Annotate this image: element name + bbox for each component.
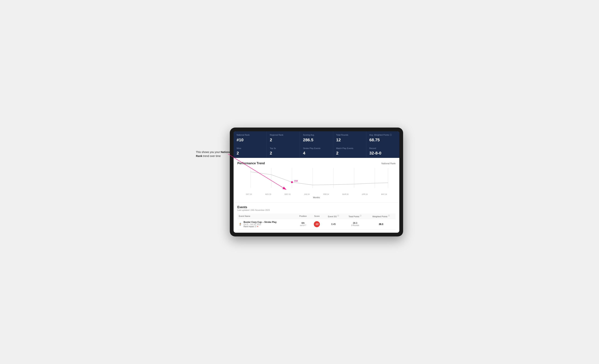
annotation-text: This shows you your National Rank trend …	[196, 150, 234, 158]
stat-national-rank: National Rank #10	[234, 131, 266, 144]
event-icon: 🏌️	[239, 223, 242, 226]
performance-section: Performance Trend National Rank	[234, 158, 399, 203]
stat-national-rank-label: National Rank	[237, 133, 264, 136]
stat-stroke-play-events: Stroke Play Events 4	[300, 145, 333, 158]
chart-label-oct23: OCT 23	[239, 193, 259, 195]
events-title: Events	[237, 205, 396, 209]
rank-impact: Rank Impact: 3 ▼	[244, 225, 276, 228]
chart-x-labels: OCT 23 NOV 23 DEC 23 JAN 24 FEB 24 MAR 2…	[237, 193, 396, 195]
event-title: Buster Cozy Cup – Stroke Play	[244, 221, 276, 223]
stat-record-label: Record	[369, 147, 396, 150]
col-score: Score	[310, 213, 323, 219]
stat-record-value: 32-8-0	[369, 151, 396, 156]
col-event-sg: Event SG ⓘ	[323, 213, 344, 219]
events-table: Event Name Position Score Event SG ⓘ Tot…	[237, 213, 396, 230]
chart-svg: #10	[237, 168, 396, 193]
score-badge: -22	[314, 221, 320, 227]
stat-wins-label: Wins	[237, 147, 264, 150]
stat-record: Record 32-8-0	[366, 145, 399, 158]
event-weighted-points: 28.3	[367, 219, 396, 230]
performance-title: Performance Trend	[237, 162, 265, 165]
chart-axis-label: Months	[237, 196, 396, 199]
svg-point-10	[291, 181, 293, 183]
event-date: Oct 9 – Oct 10, 2023	[244, 223, 276, 225]
performance-subtitle: National Rank	[381, 162, 396, 165]
rank-impact-arrow: ▼	[257, 225, 259, 228]
stats-grid-row2: Wins 2 Top 3s 2 Stroke Play Events 4 Mat…	[234, 145, 399, 158]
stat-avg-weighted-points-label: Avg. Weighted Points ⓘ	[369, 133, 396, 136]
events-last-updated: Last updated: 24th November 2023	[237, 209, 396, 211]
stat-regional-rank-label: Regional Rank	[270, 133, 297, 136]
chart-label-nov23: NOV 23	[259, 193, 278, 195]
stat-total-rounds: Total Rounds 12	[333, 131, 366, 144]
stats-grid-row1: National Rank #10 Regional Rank 2 Scorin…	[234, 131, 399, 144]
stat-scoring-avg: Scoring Avg. 286.5	[300, 131, 333, 144]
event-name-cell: 🏌️ Buster Cozy Cup – Stroke Play Oct 9 –…	[237, 219, 296, 230]
stat-top3s-label: Top 3s	[270, 147, 297, 150]
stat-total-rounds-value: 12	[336, 138, 363, 142]
stat-scoring-avg-value: 286.5	[303, 138, 330, 142]
stat-stroke-play-events-label: Stroke Play Events	[303, 147, 330, 150]
stat-match-play-events: Match Play Events 2	[333, 145, 366, 158]
stat-stroke-play-events-value: 4	[303, 151, 330, 156]
svg-text:#10: #10	[294, 180, 298, 182]
chart-label-mar24: MAR 24	[336, 193, 355, 195]
stat-top3s: Top 3s 2	[267, 145, 300, 158]
stat-match-play-events-label: Match Play Events	[336, 147, 363, 150]
stat-scoring-avg-label: Scoring Avg.	[303, 133, 330, 136]
table-row: 🏌️ Buster Cozy Cup – Stroke Play Oct 9 –…	[237, 219, 396, 230]
chart-label-jan24: JAN 24	[297, 193, 317, 195]
stat-regional-rank-value: 2	[270, 138, 297, 142]
chart-label-feb24: FEB 24	[317, 193, 336, 195]
outer-wrapper: This shows you your National Rank trend …	[196, 128, 403, 236]
stat-regional-rank: Regional Rank 2	[267, 131, 300, 144]
stat-avg-weighted-points: Avg. Weighted Points ⓘ 68.75	[366, 131, 399, 144]
performance-chart: #10	[237, 168, 396, 193]
performance-header: Performance Trend National Rank	[237, 162, 396, 165]
chart-label-may24: MAY 24	[374, 193, 394, 195]
chart-label-dec23: DEC 23	[278, 193, 297, 195]
stat-wins: Wins 2	[234, 145, 266, 158]
stat-wins-value: 2	[237, 151, 264, 156]
col-total-points: Total Points ⓘ	[344, 213, 366, 219]
event-total-points: 28.3 3 Rounds	[344, 219, 366, 230]
chart-label-apr24: APR 24	[355, 193, 374, 195]
events-section: Events Last updated: 24th November 2023 …	[234, 203, 399, 233]
stat-national-rank-value: #10	[237, 138, 264, 142]
col-weighted-points: Weighted Points ⓘ	[367, 213, 396, 219]
event-score: -22	[310, 219, 323, 230]
event-sg: 0.45	[323, 219, 344, 230]
stat-avg-weighted-points-value: 68.75	[369, 138, 396, 142]
col-event-name: Event Name	[237, 213, 296, 219]
event-position: 6th out of 7	[296, 219, 310, 230]
events-header: Events Last updated: 24th November 2023	[237, 205, 396, 211]
events-table-header-row: Event Name Position Score Event SG ⓘ Tot…	[237, 213, 396, 219]
event-name-text: Buster Cozy Cup – Stroke Play Oct 9 – Oc…	[244, 221, 276, 228]
stat-total-rounds-label: Total Rounds	[336, 133, 363, 136]
tablet-device: National Rank #10 Regional Rank 2 Scorin…	[230, 128, 403, 236]
tablet-screen: National Rank #10 Regional Rank 2 Scorin…	[234, 131, 399, 232]
stat-top3s-value: 2	[270, 151, 297, 156]
content-area: National Rank #10 Regional Rank 2 Scorin…	[234, 131, 399, 232]
stat-match-play-events-value: 2	[336, 151, 363, 156]
col-position: Position	[296, 213, 310, 219]
